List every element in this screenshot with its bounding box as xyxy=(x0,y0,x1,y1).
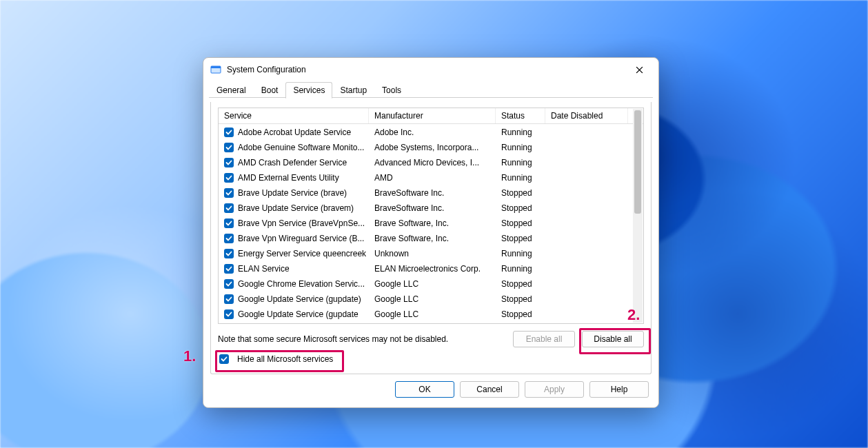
service-manufacturer: ELAN Microelectronics Corp. xyxy=(369,264,496,274)
hide-microsoft-services-checkbox[interactable]: Hide all Microsoft services xyxy=(218,353,337,365)
service-manufacturer: Brave Software, Inc. xyxy=(369,234,496,243)
service-name: AMD Crash Defender Service xyxy=(238,158,347,167)
service-manufacturer: BraveSoftware Inc. xyxy=(369,203,496,213)
scrollbar[interactable] xyxy=(633,109,643,323)
col-manufacturer[interactable]: Manufacturer xyxy=(369,108,496,123)
hide-microsoft-services-label: Hide all Microsoft services xyxy=(237,354,333,364)
service-status: Running xyxy=(496,128,545,137)
service-manufacturer: Adobe Systems, Incorpora... xyxy=(369,143,496,152)
service-row[interactable]: Google Update Service (gupdateGoogle LLC… xyxy=(219,307,632,322)
service-row[interactable]: Brave Vpn Wireguard Service (B...Brave S… xyxy=(219,231,632,246)
help-button[interactable]: Help xyxy=(589,381,649,398)
service-row[interactable]: ELAN ServiceELAN Microelectronics Corp.R… xyxy=(219,261,632,276)
service-name: Adobe Genuine Software Monito... xyxy=(238,143,364,152)
service-name: Brave Update Service (brave) xyxy=(238,188,347,198)
service-status: Running xyxy=(496,264,545,274)
service-name: Brave Vpn Service (BraveVpnSe... xyxy=(238,218,365,228)
enable-all-button[interactable]: Enable all xyxy=(513,331,575,347)
service-checkbox[interactable] xyxy=(224,203,234,213)
col-status[interactable]: Status xyxy=(496,108,545,123)
service-name: ELAN Service xyxy=(238,264,290,274)
service-checkbox[interactable] xyxy=(224,264,234,274)
service-row[interactable]: Google Update Service (gupdate)Google LL… xyxy=(219,292,632,307)
service-manufacturer: Brave Software, Inc. xyxy=(369,218,496,228)
service-manufacturer: Advanced Micro Devices, I... xyxy=(369,158,496,167)
tab-startup[interactable]: Startup xyxy=(332,82,374,98)
service-checkbox[interactable] xyxy=(224,188,234,198)
close-button[interactable] xyxy=(624,59,654,80)
services-list[interactable]: Service Manufacturer Status Date Disable… xyxy=(218,108,644,324)
service-status: Running xyxy=(496,143,545,152)
service-checkbox[interactable] xyxy=(224,279,234,289)
service-name: Google Update Service (gupdate xyxy=(238,309,359,319)
tab-bar: General Boot Services Startup Tools xyxy=(203,81,658,98)
col-service[interactable]: Service xyxy=(219,108,369,123)
ok-button[interactable]: OK xyxy=(395,381,454,398)
service-status: Stopped xyxy=(496,218,545,228)
service-checkbox[interactable] xyxy=(224,309,234,319)
svg-rect-1 xyxy=(211,66,221,68)
dialog-actions: OK Cancel Apply Help xyxy=(203,374,658,407)
service-status: Running xyxy=(496,158,545,167)
service-status: Stopped xyxy=(496,294,545,304)
tab-services[interactable]: Services xyxy=(285,82,332,99)
service-status: Running xyxy=(496,249,545,258)
service-checkbox[interactable] xyxy=(224,143,234,152)
service-row[interactable]: Brave Vpn Service (BraveVpnSe...Brave So… xyxy=(219,216,632,231)
service-row[interactable]: Brave Update Service (bravem)BraveSoftwa… xyxy=(219,201,632,216)
service-status: Stopped xyxy=(496,279,545,289)
service-checkbox[interactable] xyxy=(224,294,234,304)
service-manufacturer: Google LLC xyxy=(369,279,496,289)
services-header[interactable]: Service Manufacturer Status Date Disable… xyxy=(219,108,643,124)
apply-button[interactable]: Apply xyxy=(525,381,584,398)
service-name: Brave Vpn Wireguard Service (B... xyxy=(238,234,364,243)
service-name: Energy Server Service queencreek xyxy=(238,249,366,258)
service-manufacturer: Google LLC xyxy=(369,309,496,319)
service-status: Stopped xyxy=(496,309,545,319)
scrollbar-thumb[interactable] xyxy=(634,110,641,214)
service-checkbox[interactable] xyxy=(224,173,234,183)
service-name: Brave Update Service (bravem) xyxy=(238,203,354,213)
service-checkbox[interactable] xyxy=(224,249,234,258)
cancel-button[interactable]: Cancel xyxy=(460,381,519,398)
service-row[interactable]: Energy Server Service queencreekUnknownR… xyxy=(219,246,632,261)
service-manufacturer: Google LLC xyxy=(369,294,496,304)
note-text: Note that some secure Microsoft services… xyxy=(218,334,506,344)
service-status: Stopped xyxy=(496,203,545,213)
service-checkbox[interactable] xyxy=(224,128,234,137)
service-row[interactable]: Adobe Genuine Software Monito...Adobe Sy… xyxy=(219,140,632,155)
service-status: Stopped xyxy=(496,234,545,243)
service-row[interactable]: AMD Crash Defender ServiceAdvanced Micro… xyxy=(219,155,632,170)
service-manufacturer: AMD xyxy=(369,173,496,183)
checkbox-icon xyxy=(219,354,229,364)
close-icon xyxy=(636,66,643,74)
service-status: Stopped xyxy=(496,188,545,198)
service-row[interactable]: Brave Update Service (brave)BraveSoftwar… xyxy=(219,185,632,201)
annotation-1: 1. xyxy=(183,349,196,364)
tab-general[interactable]: General xyxy=(209,82,254,98)
service-row[interactable]: Google Chrome Elevation Servic...Google … xyxy=(219,276,632,292)
disable-all-button[interactable]: Disable all xyxy=(582,331,644,347)
service-manufacturer: Unknown xyxy=(369,249,496,258)
service-checkbox[interactable] xyxy=(224,158,234,167)
service-status: Running xyxy=(496,173,545,183)
service-checkbox[interactable] xyxy=(224,234,234,243)
service-manufacturer: Adobe Inc. xyxy=(369,128,496,137)
col-date-disabled[interactable]: Date Disabled xyxy=(545,108,628,123)
tab-boot[interactable]: Boot xyxy=(254,82,286,98)
app-icon xyxy=(210,64,221,75)
service-row[interactable]: AMD External Events UtilityAMDRunning xyxy=(219,170,632,185)
tab-tools[interactable]: Tools xyxy=(374,82,409,98)
service-row[interactable]: Adobe Acrobat Update ServiceAdobe Inc.Ru… xyxy=(219,125,632,140)
system-configuration-window: System Configuration General Boot Servic… xyxy=(203,57,659,408)
service-name: Google Chrome Elevation Servic... xyxy=(238,279,365,289)
annotation-2: 2. xyxy=(627,307,640,323)
service-checkbox[interactable] xyxy=(224,218,234,228)
service-name: AMD External Events Utility xyxy=(238,173,339,183)
window-title: System Configuration xyxy=(227,65,306,74)
titlebar[interactable]: System Configuration xyxy=(203,58,658,81)
service-name: Google Update Service (gupdate) xyxy=(238,294,361,304)
service-name: Adobe Acrobat Update Service xyxy=(238,128,351,137)
service-manufacturer: BraveSoftware Inc. xyxy=(369,188,496,198)
services-panel: Service Manufacturer Status Date Disable… xyxy=(210,102,652,374)
